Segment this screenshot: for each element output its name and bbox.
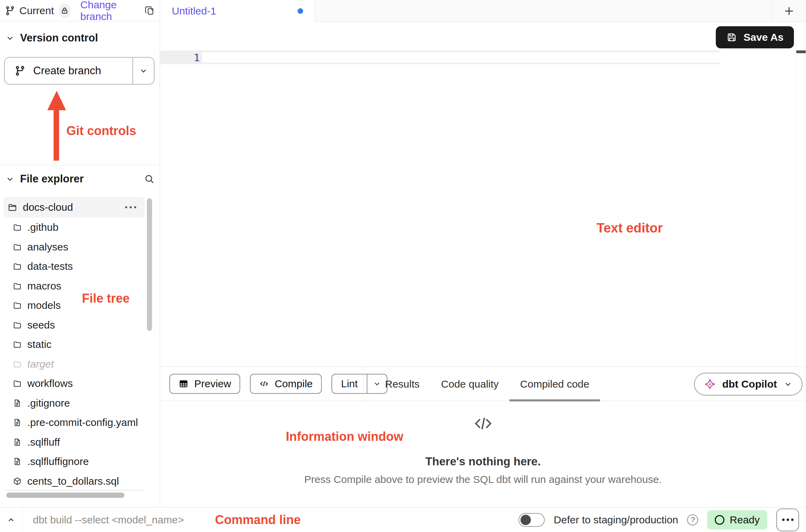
annotation-file-tree: File tree	[82, 291, 130, 306]
code-icon	[472, 412, 495, 435]
file-item-label: .github	[27, 221, 58, 233]
divider	[4, 490, 144, 491]
file-item-seeds[interactable]: seeds	[0, 315, 152, 335]
copy-icon[interactable]	[144, 6, 155, 16]
file-item-gitignore[interactable]: .gitignore	[0, 393, 152, 413]
file-item-static[interactable]: static	[0, 335, 152, 354]
create-branch-caret-button[interactable]	[133, 58, 154, 84]
file-item-cents-to-dollars-sql[interactable]: cents_to_dollars.sql	[0, 472, 152, 491]
more-options-icon[interactable]	[125, 206, 136, 208]
create-branch-split-button: Create branch	[4, 57, 154, 85]
expand-command-bar-button[interactable]	[0, 515, 22, 525]
folder-icon	[13, 360, 22, 369]
tab-untitled-1[interactable]: Untitled-1	[160, 0, 315, 22]
file-item-docs-cloud[interactable]: docs-cloud	[3, 197, 144, 218]
save-as-button[interactable]: Save As	[716, 26, 794, 48]
lock-icon	[60, 7, 69, 15]
file-item-label: .sqlfluffignore	[27, 456, 89, 467]
file-item-pre-commit-config-yaml[interactable]: .pre-commit-config.yaml	[0, 413, 152, 433]
empty-state: There's nothing here. Press Compile abov…	[160, 401, 806, 507]
copilot-label: dbt Copilot	[722, 378, 777, 390]
horizontal-scrollbar[interactable]	[6, 493, 124, 498]
folder-icon	[13, 282, 22, 291]
tab-title: Untitled-1	[172, 5, 216, 17]
defer-label: Defer to staging/production	[554, 514, 678, 526]
panel-toolbar: Preview Compile Lint	[160, 367, 806, 401]
file-item-label: macros	[27, 280, 61, 292]
git-branch-icon	[5, 6, 15, 16]
lint-label: Lint	[341, 378, 358, 390]
chevron-down-icon	[783, 379, 793, 389]
annotation-command-line: Command line	[215, 513, 301, 527]
file-item-github[interactable]: .github	[0, 218, 152, 237]
divider	[0, 165, 160, 165]
more-options-button[interactable]	[776, 509, 799, 531]
editor-scrollbar-thumb[interactable]	[796, 50, 806, 53]
search-icon[interactable]	[144, 173, 155, 184]
tab-results[interactable]: Results	[374, 367, 430, 401]
preview-label: Preview	[194, 378, 231, 390]
text-editor[interactable]: 1 Save As Text editor	[160, 22, 806, 367]
chevron-down-icon[interactable]	[6, 174, 15, 183]
defer-toggle[interactable]	[518, 513, 545, 527]
table-icon	[178, 379, 189, 389]
editor-active-line[interactable]	[160, 50, 720, 64]
save-icon	[726, 32, 737, 43]
file-tree: docs-cloud .github analyses	[0, 195, 152, 491]
file-item-label: seeds	[27, 319, 55, 331]
help-icon[interactable]: ?	[687, 514, 698, 525]
preview-button[interactable]: Preview	[169, 374, 240, 394]
main-area: Untitled-1 1 Save As Text editor	[160, 0, 806, 507]
ide-status-badge[interactable]: Ready	[707, 510, 767, 530]
tab-code-quality[interactable]: Code quality	[430, 367, 509, 401]
branch-lock-chip[interactable]	[59, 3, 71, 18]
folder-icon	[13, 340, 22, 349]
lint-button[interactable]: Lint	[332, 374, 367, 393]
change-branch-link[interactable]: Change branch	[80, 0, 135, 22]
file-item-label: cents_to_dollars.sql	[27, 475, 119, 487]
file-item-workflows[interactable]: workflows	[0, 374, 152, 393]
folder-icon	[13, 223, 22, 232]
vertical-scrollbar[interactable]	[147, 198, 152, 331]
current-branch-label: Current	[19, 5, 54, 17]
editor-line-number: 1	[160, 52, 200, 64]
annotation-information-window: Information window	[286, 429, 403, 444]
command-input[interactable]: dbt build --select <model_name>	[33, 514, 184, 526]
empty-state-subtitle: Press Compile above to preview the SQL d…	[160, 474, 806, 485]
file-icon	[13, 457, 22, 466]
folder-open-icon	[8, 202, 17, 212]
annotation-text-editor: Text editor	[597, 221, 663, 236]
chevron-down-icon[interactable]	[6, 34, 15, 42]
file-item-label: docs-cloud	[23, 201, 73, 213]
file-icon	[13, 418, 22, 427]
annotation-arrow-up	[47, 91, 66, 110]
create-branch-label: Create branch	[33, 65, 101, 77]
compile-button[interactable]: Compile	[250, 374, 322, 394]
file-item-label: static	[27, 339, 51, 350]
file-item-data-tests[interactable]: data-tests	[0, 257, 152, 276]
annotation-git-controls: Git controls	[66, 124, 136, 138]
tab-compiled-code[interactable]: Compiled code	[509, 367, 600, 401]
file-item-label: target	[27, 358, 54, 370]
ready-label: Ready	[730, 514, 760, 526]
folder-icon	[13, 379, 22, 388]
save-as-label: Save As	[743, 31, 784, 43]
new-tab-button[interactable]	[772, 0, 806, 22]
folder-icon	[13, 262, 22, 271]
copilot-sparkle-icon	[704, 378, 716, 390]
model-cube-icon	[13, 477, 22, 486]
create-branch-button[interactable]: Create branch	[5, 58, 132, 84]
file-item-label: .sqlfluff	[27, 436, 60, 448]
folder-icon	[13, 243, 22, 251]
folder-icon	[13, 321, 22, 330]
tab-bar: Untitled-1	[160, 0, 806, 22]
divider	[22, 507, 22, 532]
file-item-sqlfluff[interactable]: .sqlfluff	[0, 433, 152, 452]
file-item-sqlfluffignore[interactable]: .sqlfluffignore	[0, 452, 152, 472]
dbt-copilot-button[interactable]: dbt Copilot	[694, 373, 803, 396]
file-item-label: .gitignore	[27, 397, 70, 409]
file-item-analyses[interactable]: analyses	[0, 237, 152, 257]
git-header: Current Change branch	[0, 0, 160, 21]
information-panel: Preview Compile Lint	[160, 367, 806, 507]
file-item-target[interactable]: target	[0, 354, 152, 374]
